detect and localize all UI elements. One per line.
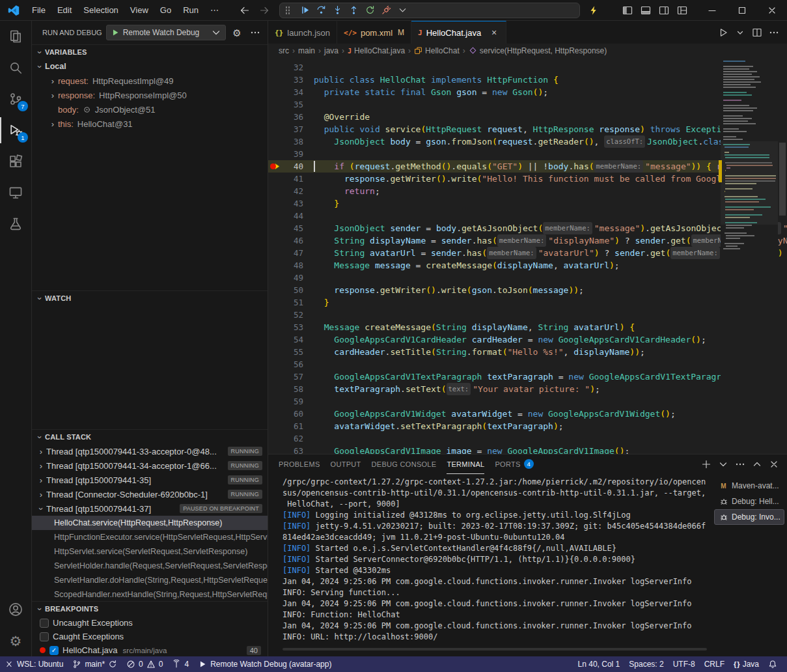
code-line[interactable] — [314, 395, 787, 408]
code-line[interactable]: Message message = createMessage(displayN… — [314, 259, 787, 272]
step-into-button[interactable] — [329, 4, 346, 17]
gutter-line[interactable]: 52 — [268, 309, 314, 321]
breakpoint-checkbox[interactable] — [40, 619, 49, 628]
run-dropdown-chevron-icon[interactable] — [735, 27, 745, 38]
status-ports[interactable]: 4 — [167, 656, 193, 672]
disconnect-button[interactable] — [378, 4, 394, 17]
code-line[interactable]: JsonObject body = gson.fromJson(request.… — [314, 135, 787, 148]
code-line[interactable]: Message createMessage(String displayName… — [314, 321, 787, 333]
gutter-line[interactable]: 33 — [268, 74, 314, 86]
minimap[interactable] — [721, 58, 778, 454]
breadcrumb-item[interactable]: service(HttpRequest, HttpResponse) — [469, 46, 607, 56]
status-debug-status[interactable]: Remote Watch Debug (avatar-app) — [193, 656, 336, 672]
gutter-line[interactable]: 60 — [268, 408, 314, 420]
start-debug-icon[interactable] — [111, 28, 120, 37]
menu-edit[interactable]: Edit — [51, 5, 77, 15]
breakpoints-header[interactable]: › BREAKPOINTS — [32, 602, 268, 616]
gutter-line[interactable]: 32 — [268, 61, 314, 74]
code-line[interactable]: response.getWriter().write("Hello! This … — [314, 173, 787, 185]
code-line[interactable]: GoogleAppsCardV1CardHeader cardHeader = … — [314, 333, 787, 346]
status-cursor-position[interactable]: Ln 40, Col 1 — [573, 656, 625, 672]
code-line[interactable] — [314, 358, 787, 371]
gutter-line[interactable]: 45 — [268, 222, 314, 234]
gutter-line[interactable]: 51 — [268, 296, 314, 309]
stack-frame[interactable]: HttpServlet.service(ServletRequest,Servl… — [32, 544, 268, 559]
stack-frame[interactable]: HttpFunctionExecutor.service(HttpServlet… — [32, 530, 268, 544]
code-line[interactable]: GoogleAppsCardV1TextParagraph textParagr… — [314, 371, 787, 383]
lazy-expand-icon[interactable] — [83, 105, 91, 114]
gutter-line[interactable]: 56 — [268, 358, 314, 371]
toggle-panel-icon[interactable] — [640, 1, 652, 20]
code-line[interactable] — [314, 210, 787, 222]
go-back-button[interactable] — [236, 3, 253, 18]
go-forward-button[interactable] — [256, 3, 273, 18]
code-line[interactable]: } — [314, 197, 787, 210]
terminal-list-item[interactable]: Debug: Hell... — [714, 494, 784, 509]
code-line[interactable]: if (request.getMethod().equals("GET") ||… — [314, 160, 787, 173]
breakpoint-checkbox[interactable]: ✓ — [49, 646, 59, 655]
views-more-actions-icon[interactable] — [248, 25, 262, 40]
stack-frame[interactable]: HelloChat.service(HttpRequest,HttpRespon… — [32, 516, 268, 530]
code-line[interactable]: private static final Gson gson = new Gso… — [314, 86, 787, 98]
breakpoint-checkbox[interactable] — [40, 632, 49, 641]
restart-button[interactable] — [362, 4, 378, 17]
menu-run[interactable]: Run — [177, 5, 204, 15]
gutter-line[interactable]: 59 — [268, 395, 314, 408]
tab-pom-xml[interactable]: </>pom.xmlM — [337, 21, 411, 44]
code-line[interactable]: return; — [314, 185, 787, 197]
gutter-line[interactable]: 57 — [268, 371, 314, 383]
code-line[interactable]: GoogleAppsCardV1Image image = new Google… — [314, 445, 787, 454]
toggle-sidebar-icon[interactable] — [622, 1, 633, 20]
status-notifications[interactable] — [764, 656, 782, 672]
scrollbar-thumb[interactable] — [779, 143, 786, 216]
gutter-line[interactable]: 47 — [268, 247, 314, 259]
breadcrumb-item[interactable]: JHelloChat.java — [348, 46, 405, 55]
call-stack-header[interactable]: › CALL STACK — [32, 430, 268, 444]
call-stack-thread[interactable]: ›Thread [Connector-Scheduler-6920b0bc-1]… — [32, 487, 268, 501]
gutter-line[interactable]: 55 — [268, 346, 314, 358]
minimize-button[interactable] — [697, 0, 727, 21]
gutter-line[interactable]: 50 — [268, 284, 314, 296]
run-java-button[interactable] — [718, 27, 728, 38]
more-sessions-button[interactable] — [394, 4, 411, 17]
gutter-line[interactable]: 39 — [268, 148, 314, 160]
gutter-line[interactable]: 46 — [268, 234, 314, 247]
close-window-button[interactable] — [757, 0, 787, 21]
gutter-line[interactable]: 36 — [268, 111, 314, 123]
code-line[interactable]: } — [314, 296, 787, 309]
gutter-line[interactable]: 40 — [268, 160, 314, 173]
panel-tab-terminal[interactable]: TERMINAL — [447, 455, 484, 474]
hot-code-replace-button[interactable] — [585, 3, 602, 18]
status-remote[interactable]: WSL: Ubuntu — [0, 656, 68, 672]
menu-go[interactable]: Go — [154, 5, 177, 15]
breadcrumb-item[interactable]: java — [324, 46, 338, 55]
status-eol[interactable]: CRLF — [700, 656, 729, 672]
gutter-line[interactable]: 43 — [268, 197, 314, 210]
editor-more-actions-icon[interactable] — [769, 27, 779, 38]
code-line[interactable]: @Override — [314, 111, 787, 123]
maximize-panel-icon[interactable] — [749, 456, 765, 472]
panel-tab-ports[interactable]: PORTS4 — [495, 455, 533, 474]
gutter-line[interactable]: 41 — [268, 173, 314, 185]
terminal-dropdown-chevron-icon[interactable] — [715, 456, 731, 472]
code-line[interactable] — [314, 272, 787, 284]
status-problems[interactable]: 00 — [122, 656, 167, 672]
gutter-line[interactable]: 61 — [268, 420, 314, 432]
gutter-line[interactable]: 38 — [268, 135, 314, 148]
code-line[interactable] — [314, 98, 787, 111]
breakpoint-row[interactable]: Uncaught Exceptions — [32, 616, 268, 630]
terminal-list-item[interactable]: Debug: Invo... — [714, 509, 784, 525]
editor-gutter[interactable]: 3233343536373839404142434445464748495051… — [268, 58, 314, 454]
code-line[interactable]: response.getWriter().write(gson.toJson(m… — [314, 284, 787, 296]
step-out-button[interactable] — [346, 4, 362, 17]
split-editor-icon[interactable] — [752, 27, 762, 38]
breadcrumb-item[interactable]: main — [298, 46, 315, 55]
activity-accounts[interactable] — [0, 594, 31, 625]
activity-run-and-debug[interactable]: 1 — [0, 115, 31, 146]
code-line[interactable]: String avatarUrl = sender.has(memberName… — [314, 247, 787, 259]
breadcrumb-item[interactable]: HelloChat — [414, 46, 460, 56]
status-encoding[interactable]: UTF-8 — [669, 656, 700, 672]
menu-file[interactable]: File — [26, 5, 51, 15]
tab-launch-json[interactable]: {}launch.json — [268, 21, 337, 44]
code-content[interactable]: public class HelloChat implements HttpFu… — [314, 58, 787, 454]
